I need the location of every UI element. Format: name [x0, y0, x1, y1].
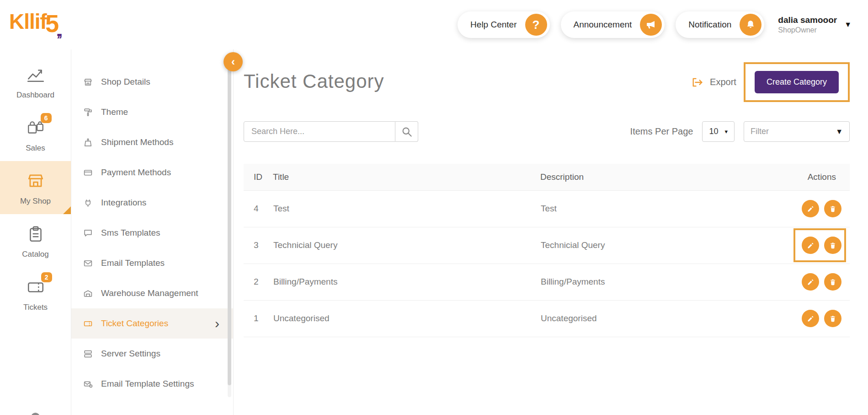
pencil-icon — [807, 242, 815, 249]
sidebar-item-sales[interactable]: 6 Sales — [0, 108, 71, 161]
submenu-item-sms-templates[interactable]: Sms Templates — [71, 218, 233, 248]
export-label: Export — [710, 77, 736, 87]
logo-text: Kllif — [9, 11, 47, 32]
delete-button[interactable] — [824, 310, 841, 327]
chevron-down-icon: ▼ — [836, 128, 843, 136]
collapse-sidebar-button[interactable]: ‹ — [224, 52, 243, 71]
submenu-item-ticket-categories[interactable]: Ticket Categories › — [71, 308, 233, 339]
header-id: ID — [244, 164, 273, 190]
envelope-icon — [83, 259, 93, 268]
annotation-box-create-category: Create Category — [744, 62, 850, 102]
sidebar-item-catalog[interactable]: Catalog — [0, 214, 71, 267]
submenu-item-label: Ticket Categories — [101, 318, 168, 329]
submenu-item-label: Email Templates — [101, 258, 165, 268]
cell-description: Billing/Payments — [540, 264, 777, 300]
edit-button[interactable] — [802, 237, 819, 254]
cell-id: 2 — [244, 264, 273, 300]
cell-title: Uncategorised — [273, 300, 540, 337]
storefront-small-icon — [83, 77, 93, 87]
cell-id: 1 — [244, 300, 273, 337]
help-center-button[interactable]: Help Center ? — [458, 11, 549, 38]
category-table: ID Title Description Actions 4 Test Test — [244, 164, 850, 337]
sidebar-item-label: My Shop — [20, 197, 51, 206]
paint-roller-icon — [83, 108, 93, 117]
brand-logo[interactable]: Kllif5,, — [9, 11, 60, 38]
sidebar-item-tickets[interactable]: 2 Tickets — [0, 267, 71, 320]
sidebar-item-my-shop[interactable]: My Shop — [0, 161, 71, 214]
submenu-item-payment-methods[interactable]: Payment Methods — [71, 157, 233, 188]
row-actions — [802, 310, 841, 327]
header-title: Title — [273, 164, 540, 190]
trash-icon — [829, 242, 836, 249]
credit-card-icon — [83, 168, 93, 178]
filter-select[interactable]: Filter ▼ — [744, 121, 850, 142]
shipment-icon — [83, 138, 93, 147]
submenu-item-email-templates[interactable]: Email Templates — [71, 248, 233, 278]
bell-icon — [740, 14, 761, 36]
tickets-badge: 2 — [41, 272, 52, 282]
search-button[interactable] — [395, 121, 418, 142]
table-row: 4 Test Test — [244, 190, 850, 227]
pencil-icon — [807, 315, 815, 323]
edit-button[interactable] — [802, 310, 819, 327]
warehouse-icon — [83, 289, 93, 298]
announcement-button[interactable]: Announcement — [561, 11, 665, 38]
search-input[interactable] — [244, 121, 395, 142]
my-shop-submenu: ‹ Shop Details Theme Shipment Methods Pa… — [71, 49, 234, 415]
items-per-page-value: 10 — [709, 127, 718, 136]
sidebar-item-dashboard[interactable]: Dashboard — [0, 55, 71, 108]
sidebar-more-button[interactable] — [0, 408, 71, 415]
sidebar-item-label: Tickets — [23, 303, 48, 312]
header-description: Description — [540, 164, 777, 190]
page-title: Ticket Category — [244, 70, 384, 92]
user-role: ShopOwner — [778, 26, 837, 34]
envelope-gear-icon — [83, 379, 93, 389]
table-row: 1 Uncategorised Uncategorised — [244, 300, 850, 337]
submenu-item-shipment-methods[interactable]: Shipment Methods — [71, 127, 233, 157]
edit-button[interactable] — [802, 273, 819, 291]
dashboard-chart-icon — [26, 64, 46, 86]
items-per-page-label: Items Per Page — [630, 126, 693, 137]
sidebar-item-label: Sales — [26, 144, 45, 153]
cell-description: Uncategorised — [540, 300, 777, 337]
create-category-button[interactable]: Create Category — [755, 71, 839, 93]
user-menu[interactable]: dalia samooor ShopOwner ▼ — [778, 15, 852, 34]
submenu-item-theme[interactable]: Theme — [71, 97, 233, 127]
ticket-icon: 2 — [25, 276, 46, 298]
help-center-label: Help Center — [470, 20, 517, 30]
search-bar — [244, 121, 418, 142]
submenu-scrollbar-thumb[interactable] — [228, 65, 231, 385]
submenu-item-server-settings[interactable]: Server Settings — [71, 339, 233, 369]
submenu-item-warehouse-management[interactable]: Warehouse Management — [71, 278, 233, 308]
row-actions — [802, 273, 841, 291]
dots-more-icon — [31, 413, 40, 415]
icon-sidebar: Dashboard 6 Sales My Shop Catalog 2 — [0, 49, 71, 415]
delete-button[interactable] — [824, 200, 841, 217]
submenu-item-shop-details[interactable]: Shop Details — [71, 67, 233, 97]
submenu-item-label: Email Template Settings — [101, 379, 194, 389]
chevron-down-icon: ▾ — [724, 128, 728, 135]
cell-description: Test — [540, 190, 777, 227]
items-per-page-select[interactable]: 10 ▾ — [702, 121, 735, 142]
announcement-label: Announcement — [574, 20, 632, 30]
user-info: dalia samooor ShopOwner — [778, 15, 837, 34]
submenu-item-label: Payment Methods — [101, 167, 171, 178]
edit-button[interactable] — [802, 200, 819, 217]
submenu-item-label: Warehouse Management — [101, 288, 198, 298]
submenu-item-integrations[interactable]: Integrations — [71, 188, 233, 218]
submenu-item-label: Server Settings — [101, 349, 160, 359]
delete-button[interactable] — [824, 273, 841, 291]
delete-button[interactable] — [824, 237, 841, 254]
question-icon: ? — [525, 14, 547, 36]
pencil-icon — [807, 278, 815, 286]
cell-title: Technicial Query — [273, 227, 540, 264]
filter-placeholder: Filter — [751, 127, 769, 136]
trash-icon — [829, 278, 836, 286]
notification-button[interactable]: Notification — [676, 11, 764, 38]
sidebar-item-label: Dashboard — [16, 91, 54, 100]
submenu-item-email-template-settings[interactable]: Email Template Settings — [71, 369, 233, 399]
shopping-bags-icon: 6 — [26, 117, 46, 139]
export-button[interactable]: Export — [691, 76, 736, 89]
chevron-down-icon: ▼ — [844, 21, 852, 29]
plug-icon — [83, 198, 93, 208]
